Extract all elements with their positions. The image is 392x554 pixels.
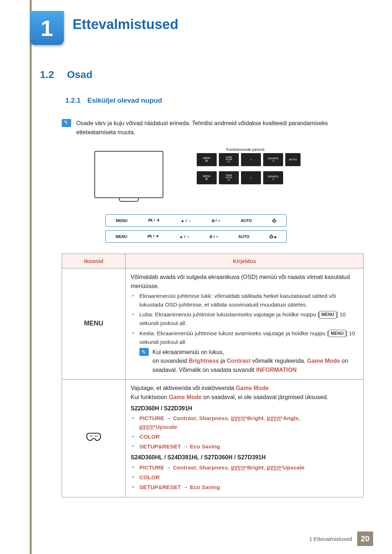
r1-p1: Võimaldab avada või sulgeda ekraanikuva … bbox=[131, 273, 358, 291]
br2-auto: AUTO bbox=[238, 234, 249, 239]
r2-b4: PICTURE → Contrast, Sharpness, SAMSUNGMA… bbox=[139, 463, 358, 472]
menu-desc-cell: Võimaldab avada või sulgeda ekraanikuva … bbox=[126, 268, 364, 379]
magic-brand: SAMSUNGMAGIC bbox=[231, 416, 247, 422]
osd-row-2: MENU▥ GAMEMODE🎮 ☼ SOURCE⎚ bbox=[173, 171, 301, 184]
svg-point-0 bbox=[90, 435, 91, 436]
button-row-2: MENU 🎮 / ▼ ▲ / ☼ ⎚ / ↩ AUTO ⏻ ⏏ bbox=[105, 230, 287, 243]
r2-b6: SETUP&RESET → Eco Saving bbox=[139, 483, 358, 492]
magic-brand: SAMSUNGMAGIC bbox=[139, 425, 155, 430]
r1-b2: Luba: Ekraanimenüü juhtimise lukustamise… bbox=[139, 310, 358, 328]
models2: S24D360HL / S24D391HL / S27D360H / S27D3… bbox=[131, 453, 358, 462]
osd-bright-2: ☼ bbox=[241, 171, 261, 184]
intro-note-text: Osade värv ja kuju võivad näidatust erin… bbox=[76, 119, 359, 137]
br1-up: ▲ / ☼ bbox=[181, 218, 192, 223]
section-title: Osad bbox=[67, 69, 92, 80]
note-icon-inline bbox=[139, 348, 149, 356]
button-row-1: MENU 🎮 / ▼ ▲ / ☼ ⎚ / ↩ AUTO ⏻ bbox=[105, 214, 287, 227]
br2-pwr: ⏻ ⏏ bbox=[269, 234, 277, 239]
function-guide-label: Funktsioonide juhend bbox=[173, 147, 301, 152]
svg-point-2 bbox=[95, 435, 96, 436]
sidebar-stripe bbox=[30, 0, 32, 554]
subsection-title: Esiküljel olevad nupud bbox=[87, 97, 162, 104]
osd-game-2: GAMEMODE🎮 bbox=[219, 171, 239, 184]
section-heading: 1.2 Osad bbox=[40, 69, 359, 81]
r1-note: Kui ekraanimenüü on lukus, on suvandeid … bbox=[139, 348, 358, 375]
osd-row-1: MENU▥ GAMEMODE🎮 ☼ SOURCE⎚ AUTO bbox=[173, 153, 301, 166]
magic-brand: SAMSUNGMAGIC bbox=[231, 466, 247, 471]
r2-b1: PICTURE → Contrast, Sharpness, SAMSUNGMA… bbox=[139, 414, 358, 431]
gamepad-desc-cell: Vajutage, et aktiveerida või inaktiveeri… bbox=[126, 379, 364, 497]
osd-game: GAMEMODE🎮 bbox=[219, 153, 239, 166]
buttons-diagram: Funktsioonide juhend MENU▥ GAMEMODE🎮 ☼ S… bbox=[94, 147, 305, 243]
br1-auto: AUTO bbox=[241, 218, 252, 223]
subsection-number: 1.2.1 bbox=[65, 97, 81, 104]
menu-icon-cell: MENU bbox=[62, 268, 126, 379]
th-desc: Kirjeldus bbox=[126, 254, 364, 268]
monitor-graphic bbox=[94, 151, 163, 198]
menu-inline-label-2: MENU bbox=[328, 330, 346, 337]
menu-inline-label: MENU bbox=[319, 311, 336, 319]
osd-bright: ☼ bbox=[241, 153, 261, 166]
icons-table: Ikoonid Kirjeldus MENU Võimaldab avada v… bbox=[62, 254, 364, 498]
footer-chapter-ref: 1 Ettevalmistused bbox=[309, 536, 352, 542]
subsection-heading: 1.2.1 Esiküljel olevad nupud bbox=[65, 97, 359, 104]
chapter-badge: 1 bbox=[30, 11, 64, 45]
svg-point-3 bbox=[97, 435, 98, 436]
r2-b2: COLOR bbox=[139, 432, 358, 441]
br2-src: ⎚ / ↩ bbox=[210, 234, 218, 239]
intro-note: Osade värv ja kuju võivad näidatust erin… bbox=[62, 119, 359, 137]
osd-menu: MENU▥ bbox=[197, 153, 217, 166]
table-row: MENU Võimaldab avada või sulgeda ekraani… bbox=[62, 268, 364, 379]
r2-b3: SETUP&RESET → Eco Saving bbox=[139, 442, 358, 451]
br2-up: ▲ / ☼ bbox=[179, 234, 190, 239]
chapter-title: Ettevalmistused bbox=[73, 17, 178, 32]
r1-b3: Keela: Ekraanimenüü juhtimise lukust ava… bbox=[139, 329, 358, 346]
magic-brand: SAMSUNGMAGIC bbox=[267, 416, 283, 422]
osd-menu-2: MENU▥ bbox=[197, 171, 217, 184]
osd-auto: AUTO bbox=[285, 153, 301, 166]
page-number: 20 bbox=[357, 532, 373, 546]
page-footer: 1 Ettevalmistused 20 bbox=[309, 532, 373, 546]
note-icon bbox=[62, 119, 71, 127]
chapter-number: 1 bbox=[41, 15, 53, 41]
magic-brand: SAMSUNGMAGIC bbox=[267, 466, 283, 471]
section-number: 1.2 bbox=[40, 69, 65, 81]
r2-b5: COLOR bbox=[139, 473, 358, 482]
br1-src: ⎚ / ↩ bbox=[212, 218, 220, 223]
th-icons: Ikoonid bbox=[62, 254, 126, 268]
osd-source: SOURCE⎚ bbox=[263, 153, 283, 166]
gamepad-icon-cell bbox=[62, 379, 126, 497]
osd-source-2: SOURCE⎚ bbox=[263, 171, 283, 184]
r1-b1: Ekraanimenüü juhtimise lukk: võimaldab s… bbox=[139, 292, 358, 309]
br1-game: 🎮 / ▼ bbox=[148, 218, 160, 223]
br2-game: 🎮 / ▼ bbox=[147, 234, 159, 239]
svg-point-1 bbox=[91, 435, 93, 436]
gamepad-icon bbox=[86, 431, 101, 442]
table-row: Vajutage, et aktiveerida või inaktiveeri… bbox=[62, 379, 364, 497]
br1-menu: MENU bbox=[116, 218, 127, 223]
br2-menu: MENU bbox=[115, 234, 127, 239]
models1: S22D360H / S22D391H bbox=[131, 404, 358, 413]
br1-pwr: ⏻ bbox=[272, 218, 276, 223]
